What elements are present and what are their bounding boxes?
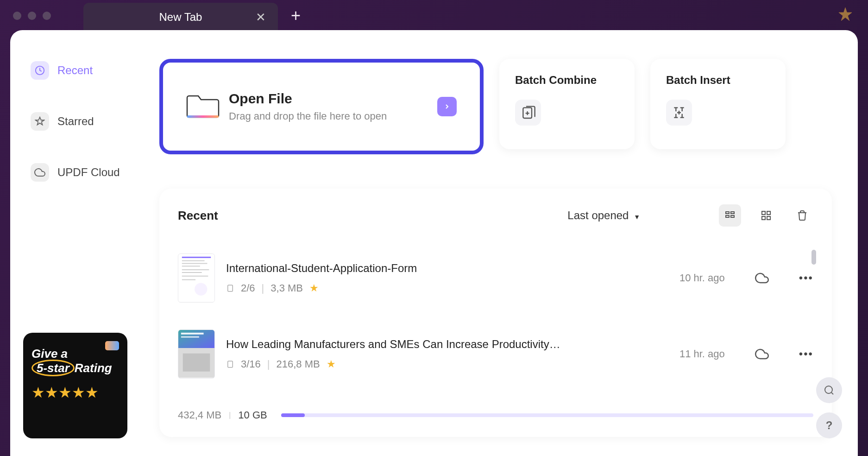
scrollbar-thumb[interactable] <box>811 250 816 265</box>
storage-used: 432,4 MB <box>178 409 221 421</box>
recent-section-title: Recent <box>178 209 218 223</box>
chevron-down-icon: ▼ <box>634 213 640 221</box>
sidebar-item-cloud[interactable]: UPDF Cloud <box>24 156 129 189</box>
cloud-icon <box>34 167 45 178</box>
grid-view-button[interactable] <box>755 204 777 227</box>
sidebar-item-label: Starred <box>57 115 94 128</box>
file-icon <box>226 284 234 292</box>
batch-card-title: Batch Combine <box>515 74 619 87</box>
sidebar-item-label: Recent <box>57 64 93 77</box>
folder-icon <box>186 91 220 122</box>
svg-rect-25 <box>181 336 199 338</box>
batch-insert-card[interactable]: Batch Insert <box>650 59 786 149</box>
batch-card-title: Batch Insert <box>666 74 770 87</box>
file-pages: 3/16 <box>241 358 261 370</box>
svg-rect-4 <box>731 212 734 214</box>
svg-rect-28 <box>228 361 233 367</box>
app-logo <box>836 6 855 25</box>
svg-rect-3 <box>726 212 729 214</box>
sort-label: Last opened <box>567 209 629 222</box>
svg-rect-19 <box>182 279 195 280</box>
close-tab-icon[interactable]: ✕ <box>256 10 266 25</box>
svg-rect-5 <box>726 215 729 217</box>
clock-icon <box>35 65 45 76</box>
open-file-chevron-button[interactable] <box>437 97 457 116</box>
sidebar-item-starred[interactable]: Starred <box>24 105 129 138</box>
file-size: 216,8 MB <box>277 358 320 370</box>
promo-text: Rating <box>75 361 112 375</box>
list-view-icon <box>724 210 736 221</box>
file-icon <box>226 360 234 368</box>
storage-total: 10 GB <box>238 409 267 421</box>
svg-rect-12 <box>182 257 211 258</box>
cloud-sync-button[interactable] <box>753 271 771 285</box>
file-more-button[interactable]: ••• <box>799 272 813 285</box>
help-button[interactable]: ? <box>816 412 842 438</box>
svg-rect-9 <box>762 216 765 220</box>
file-name: How Leading Manufacturers and SMEs Can I… <box>226 338 640 351</box>
svg-rect-10 <box>767 216 770 220</box>
cloud-sync-button[interactable] <box>753 347 771 361</box>
svg-rect-21 <box>228 285 233 291</box>
file-thumbnail <box>178 253 215 303</box>
file-more-button[interactable]: ••• <box>799 348 813 361</box>
sort-dropdown[interactable]: Last opened ▼ <box>567 209 640 222</box>
batch-combine-card[interactable]: Batch Combine <box>499 59 635 149</box>
open-file-dropzone[interactable]: Open File Drag and drop the file here to… <box>159 59 484 154</box>
chevron-right-icon <box>443 103 451 110</box>
batch-insert-icon <box>666 100 692 126</box>
sidebar-item-label: UPDF Cloud <box>57 166 120 179</box>
file-thumbnail <box>178 329 215 379</box>
svg-rect-6 <box>731 215 734 217</box>
storage-progress-bar <box>281 413 813 417</box>
open-file-title: Open File <box>229 91 428 107</box>
open-file-subtitle: Drag and drop the file here to open <box>229 110 428 122</box>
svg-rect-7 <box>762 211 765 215</box>
file-row[interactable]: How Leading Manufacturers and SMEs Can I… <box>178 326 813 402</box>
search-button[interactable] <box>816 377 842 403</box>
file-pages: 2/6 <box>241 282 255 294</box>
sidebar-item-recent[interactable]: Recent <box>24 54 129 87</box>
star-icon: ★ <box>309 282 319 294</box>
promo-text: 5-star <box>31 360 75 376</box>
list-view-button[interactable] <box>719 204 741 227</box>
svg-rect-23 <box>178 330 214 348</box>
svg-rect-13 <box>182 260 205 261</box>
svg-point-20 <box>195 283 207 295</box>
maximize-window-icon[interactable] <box>43 12 51 20</box>
svg-rect-1 <box>187 115 219 118</box>
file-name: International-Student-Application-Form <box>226 262 640 275</box>
star-icon <box>35 116 45 127</box>
svg-rect-14 <box>182 263 208 264</box>
svg-rect-24 <box>181 333 204 335</box>
rating-promo-card[interactable]: Give a 5-starRating ★★★★★ <box>23 333 127 438</box>
svg-rect-27 <box>183 354 210 372</box>
svg-rect-16 <box>182 269 209 270</box>
grid-view-icon <box>761 210 772 221</box>
star-icon: ★ <box>327 358 336 370</box>
svg-rect-18 <box>182 276 208 277</box>
browser-tab[interactable]: New Tab ✕ <box>83 3 278 32</box>
search-icon <box>824 385 835 396</box>
cloud-icon <box>755 271 769 285</box>
promo-stars-icon: ★★★★★ <box>31 384 119 401</box>
file-row[interactable]: International-Student-Application-Form 2… <box>178 250 813 326</box>
window-controls[interactable] <box>13 12 51 20</box>
minimize-window-icon[interactable] <box>28 12 36 20</box>
svg-point-29 <box>825 386 832 393</box>
close-window-icon[interactable] <box>13 12 21 20</box>
file-size: 3,3 MB <box>270 282 303 294</box>
cloud-icon <box>755 347 769 361</box>
new-tab-button[interactable]: + <box>291 6 301 25</box>
help-icon: ? <box>826 419 833 432</box>
trash-icon <box>797 210 808 221</box>
batch-combine-icon <box>515 100 541 126</box>
svg-rect-17 <box>182 272 202 273</box>
delete-button[interactable] <box>791 204 813 227</box>
svg-rect-8 <box>767 211 770 215</box>
file-time: 11 hr. ago <box>651 348 725 360</box>
svg-rect-15 <box>182 266 200 266</box>
tab-label: New Tab <box>159 11 202 24</box>
promo-badge-icon <box>105 341 119 350</box>
file-time: 10 hr. ago <box>651 272 725 284</box>
